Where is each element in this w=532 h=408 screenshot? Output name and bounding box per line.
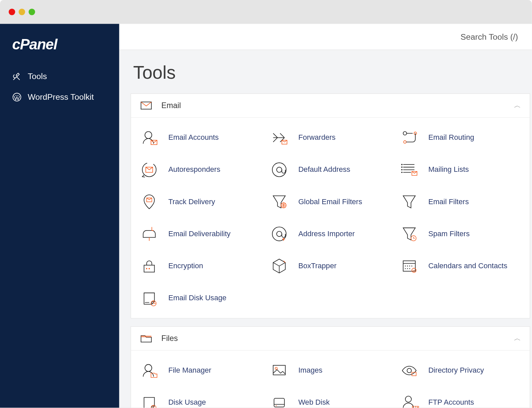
tool-email-routing[interactable]: Email Routing (395, 125, 525, 150)
window-minimize-dot[interactable] (19, 9, 25, 15)
section-email: Email ︿ Email Accounts Forwarders Email … (130, 93, 530, 319)
tool-label: Default Address (298, 165, 350, 174)
address-importer-icon (270, 224, 289, 243)
tool-calendars-contacts[interactable]: Calendars and Contacts (395, 254, 525, 278)
ftp-accounts-icon (400, 393, 419, 408)
forwarders-icon (270, 128, 289, 147)
tool-label: Autoresponders (168, 165, 220, 174)
tool-boxtrapper[interactable]: BoxTrapper (265, 254, 395, 278)
cpanel-window: cPanel Tools WordPress Toolkit Search To… (0, 0, 532, 408)
brand-text: cPanel (12, 36, 57, 52)
tool-label: Images (298, 366, 322, 375)
boxtrapper-icon (270, 256, 289, 275)
tool-forwarders[interactable]: Forwarders (265, 125, 395, 150)
autoresponders-icon (140, 160, 159, 179)
tool-label: Encryption (168, 262, 203, 270)
envelope-icon (140, 101, 153, 110)
sidebar-item-wordpress-toolkit[interactable]: WordPress Toolkit (0, 87, 119, 107)
disk-usage-icon (140, 393, 159, 408)
section-header-email[interactable]: Email ︿ (131, 94, 530, 118)
tool-label: Forwarders (298, 133, 335, 142)
tool-images[interactable]: Images (265, 358, 395, 383)
window-close-dot[interactable] (9, 9, 15, 15)
tools-icon (12, 71, 22, 81)
tool-web-disk[interactable]: Web Disk (265, 390, 395, 408)
tool-disk-usage[interactable]: Disk Usage (135, 390, 265, 408)
tool-label: Address Importer (298, 230, 355, 238)
window-titlebar (0, 0, 532, 24)
track-delivery-icon (140, 192, 159, 211)
tool-directory-privacy[interactable]: Directory Privacy (395, 358, 525, 383)
email-routing-icon (400, 128, 419, 147)
tool-email-disk-usage[interactable]: Email Disk Usage (135, 286, 265, 310)
tool-label: File Manager (168, 366, 211, 375)
tool-label: Email Routing (428, 133, 474, 142)
window-zoom-dot[interactable] (29, 9, 35, 15)
tool-label: Directory Privacy (428, 366, 484, 375)
page-title: Tools (133, 62, 532, 83)
chevron-up-icon: ︿ (514, 101, 521, 110)
wordpress-icon (12, 92, 22, 102)
tool-global-email-filters[interactable]: Global Email Filters (265, 189, 395, 214)
tool-label: FTP Accounts (428, 398, 474, 407)
default-address-icon (270, 160, 289, 179)
email-disk-usage-icon (140, 288, 159, 307)
email-accounts-icon (140, 128, 159, 147)
tool-label: Email Disk Usage (168, 294, 226, 302)
tool-label: Track Delivery (168, 197, 215, 206)
images-icon (270, 361, 289, 380)
tool-email-deliverability[interactable]: Email Deliverability (135, 222, 265, 246)
tool-email-accounts[interactable]: Email Accounts (135, 125, 265, 150)
folder-icon (140, 334, 153, 343)
section-header-files[interactable]: Files ︿ (131, 327, 530, 350)
tool-address-importer[interactable]: Address Importer (265, 222, 395, 246)
spam-filters-icon (400, 224, 419, 243)
calendars-contacts-icon (400, 256, 419, 275)
file-manager-icon (140, 361, 159, 380)
tool-label: Email Filters (428, 197, 469, 206)
tool-label: Calendars and Contacts (428, 262, 507, 270)
email-filters-icon (400, 192, 419, 211)
email-deliverability-icon (140, 224, 159, 243)
topbar: Search Tools (/) (119, 24, 532, 50)
tool-default-address[interactable]: Default Address (265, 157, 395, 182)
tool-label: Email Deliverability (168, 230, 230, 238)
tool-label: Global Email Filters (298, 197, 362, 206)
section-body-files: File Manager Images Directory Privacy Di… (131, 350, 530, 408)
main-area: Search Tools (/) Tools Email ︿ Email Acc… (119, 24, 532, 408)
tool-file-manager[interactable]: File Manager (135, 358, 265, 383)
tool-spam-filters[interactable]: Spam Filters (395, 222, 525, 246)
tool-label: Disk Usage (168, 398, 206, 407)
tool-mailing-lists[interactable]: Mailing Lists (395, 157, 525, 182)
global-filters-icon (270, 192, 289, 211)
section-body-email: Email Accounts Forwarders Email Routing … (131, 117, 530, 318)
tool-autoresponders[interactable]: Autoresponders (135, 157, 265, 182)
tool-label: Mailing Lists (428, 165, 469, 174)
mailing-lists-icon (400, 160, 419, 179)
sidebar-item-label: Tools (28, 71, 47, 81)
tool-ftp-accounts[interactable]: FTP Accounts (395, 390, 525, 408)
web-disk-icon (270, 393, 289, 408)
brand-logo: cPanel (0, 36, 119, 66)
section-title: Files (161, 334, 505, 343)
encryption-icon (140, 256, 159, 275)
tool-label: Web Disk (298, 398, 329, 407)
section-title: Email (161, 101, 505, 110)
sidebar-item-tools[interactable]: Tools (0, 66, 119, 87)
tool-label: BoxTrapper (298, 262, 336, 270)
tool-label: Spam Filters (428, 230, 469, 238)
chevron-up-icon: ︿ (514, 334, 521, 343)
search-input[interactable]: Search Tools (/) (460, 32, 518, 42)
section-files: Files ︿ File Manager Images Directory Pr… (130, 326, 530, 408)
tool-label: Email Accounts (168, 133, 218, 142)
tool-track-delivery[interactable]: Track Delivery (135, 189, 265, 214)
tool-encryption[interactable]: Encryption (135, 254, 265, 278)
sidebar-item-label: WordPress Toolkit (28, 92, 94, 102)
sidebar: cPanel Tools WordPress Toolkit (0, 24, 119, 408)
directory-privacy-icon (400, 361, 419, 380)
tool-email-filters[interactable]: Email Filters (395, 189, 525, 214)
